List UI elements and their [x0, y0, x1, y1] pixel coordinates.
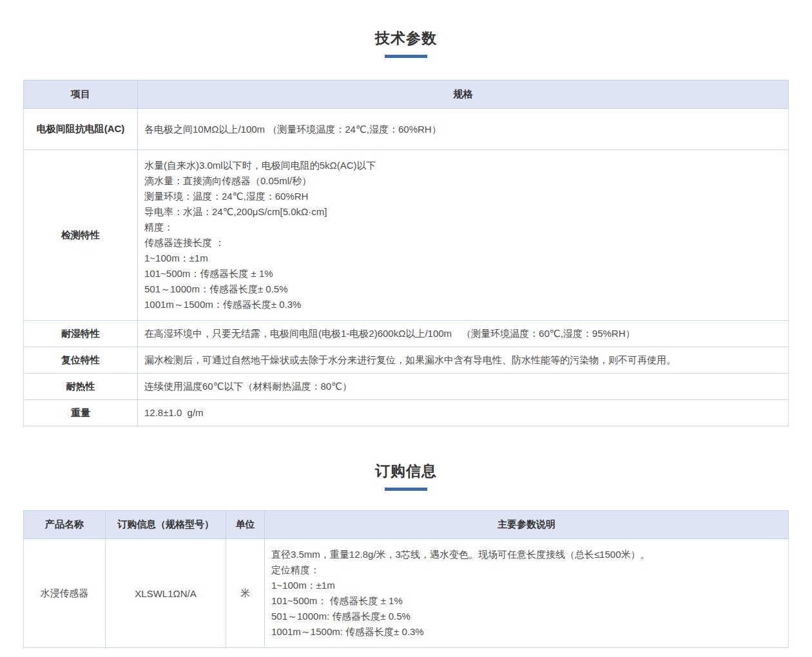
- main-params-line: 1001m～1500m: 传感器长度± 0.3%: [271, 624, 782, 640]
- main-params-line: 101~500m： 传感器长度 ± 1%: [271, 593, 782, 609]
- tech-table-header-row: 项目规格: [24, 81, 789, 109]
- tech-table-row: 耐热性连续使用温度60℃以下（材料耐热温度：80℃）: [24, 374, 789, 400]
- tech-params-table: 项目规格 电极间阻抗电阻(AC)各电极之间10MΩ以上/100m （测量环境温度…: [23, 80, 789, 426]
- tech-table-row: 耐湿特性在高湿环境中，只要无结露，电极间电阻(电极1-电极2)600kΩ以上/1…: [24, 321, 789, 347]
- spec-value-line: 501～1000m：传感器长度± 0.5%: [144, 281, 782, 297]
- page: 技术参数 项目规格 电极间阻抗电阻(AC)各电极之间10MΩ以上/100m （测…: [0, 0, 812, 657]
- order-info-table: 产品名称订购信息（规格型号）单位主要参数说明 水浸传感器XLSWL1ΩN/A米直…: [23, 510, 789, 648]
- spec-value-cell: 漏水检测后，可通过自然地干燥状或去除于水分来进行复位，如果漏水中含有导电性、防水…: [138, 347, 789, 374]
- unit-cell: 米: [226, 539, 265, 648]
- spec-value-line: 101~500m：传感器长度 ± 1%: [144, 266, 782, 281]
- order-column-header: 产品名称: [24, 511, 106, 539]
- spec-value-cell: 连续使用温度60℃以下（材料耐热温度：80℃）: [138, 374, 789, 400]
- spec-item-label: 重量: [24, 400, 138, 426]
- main-params-line: 直径3.5mm，重量12.8g/米，3芯线，遇水变色。现场可任意长度接线（总长≤…: [271, 547, 782, 562]
- spec-value-line: 精度：: [144, 220, 782, 235]
- product-name-cell: 水浸传感器: [24, 539, 106, 648]
- spec-value-line: 水量(自来水)3.0ml以下时，电极间电阻的5kΩ(AC)以下: [144, 158, 782, 173]
- main-params-line: 501～1000m: 传感器长度± 0.5%: [271, 609, 782, 624]
- spec-value-line: 在高湿环境中，只要无结露，电极间电阻(电极1-电极2)600kΩ以上/100m …: [144, 326, 782, 341]
- tech-section-title: 技术参数: [0, 28, 812, 48]
- spec-value-cell: 水量(自来水)3.0ml以下时，电极间电阻的5kΩ(AC)以下滴水量：直接滴向传…: [138, 150, 789, 321]
- order-section-title: 订购信息: [0, 461, 812, 481]
- main-params-line: 定位精度：: [271, 562, 782, 578]
- main-params-cell: 直径3.5mm，重量12.8g/米，3芯线，遇水变色。现场可任意长度接线（总长≤…: [265, 539, 789, 648]
- order-table-row: 水浸传感器XLSWL1ΩN/A米直径3.5mm，重量12.8g/米，3芯线，遇水…: [24, 539, 789, 648]
- model-number-cell: XLSWL1ΩN/A: [106, 539, 226, 648]
- order-title-underline: [385, 488, 427, 491]
- spec-value-line: 连续使用温度60℃以下（材料耐热温度：80℃）: [144, 379, 782, 394]
- spec-value-line: 漏水检测后，可通过自然地干燥状或去除于水分来进行复位，如果漏水中含有导电性、防水…: [144, 352, 782, 368]
- tech-table-row: 复位特性漏水检测后，可通过自然地干燥状或去除于水分来进行复位，如果漏水中含有导电…: [24, 347, 789, 374]
- spec-item-label: 电极间阻抗电阻(AC): [24, 109, 138, 150]
- order-table-header-row: 产品名称订购信息（规格型号）单位主要参数说明: [24, 511, 789, 539]
- spec-value-line: 滴水量：直接滴向传感器（0.05ml/秒）: [144, 173, 782, 189]
- tech-table-row: 检测特性水量(自来水)3.0ml以下时，电极间电阻的5kΩ(AC)以下滴水量：直…: [24, 150, 789, 321]
- main-params-line: 1~100m：±1m: [271, 578, 782, 593]
- tech-column-header: 项目: [24, 81, 138, 109]
- spec-value-cell: 12.8±1.0 g/m: [138, 400, 789, 426]
- spec-value-line: 各电极之间10MΩ以上/100m （测量环境温度：24℃,湿度：60%RH）: [144, 122, 782, 137]
- spec-value-cell: 各电极之间10MΩ以上/100m （测量环境温度：24℃,湿度：60%RH）: [138, 109, 789, 150]
- tech-params-section: 技术参数 项目规格 电极间阻抗电阻(AC)各电极之间10MΩ以上/100m （测…: [0, 28, 812, 426]
- spec-value-line: 导电率：水温：24℃,200μS/cm[5.0kΩ·cm]: [144, 204, 782, 220]
- spec-value-line: 12.8±1.0 g/m: [144, 405, 782, 421]
- spec-value-line: 测量环境：温度：24℃,湿度：60%RH: [144, 189, 782, 204]
- order-column-header: 订购信息（规格型号）: [106, 511, 226, 539]
- spec-value-line: 传感器连接长度 ：: [144, 235, 782, 251]
- tech-table-row: 重量12.8±1.0 g/m: [24, 400, 789, 426]
- spec-value-line: 1~100m：±1m: [144, 251, 782, 266]
- tech-table-row: 电极间阻抗电阻(AC)各电极之间10MΩ以上/100m （测量环境温度：24℃,…: [24, 109, 789, 150]
- spec-item-label: 耐热性: [24, 374, 138, 400]
- tech-title-underline: [385, 55, 427, 58]
- spec-item-label: 耐湿特性: [24, 321, 138, 347]
- spec-value-cell: 在高湿环境中，只要无结露，电极间电阻(电极1-电极2)600kΩ以上/100m …: [138, 321, 789, 347]
- spec-item-label: 检测特性: [24, 150, 138, 321]
- spec-item-label: 复位特性: [24, 347, 138, 374]
- spec-value-line: 1001m～1500m：传感器长度± 0.3%: [144, 297, 782, 312]
- order-column-header: 主要参数说明: [265, 511, 789, 539]
- tech-column-header: 规格: [138, 81, 789, 109]
- order-info-section: 订购信息 产品名称订购信息（规格型号）单位主要参数说明 水浸传感器XLSWL1Ω…: [0, 461, 812, 648]
- order-column-header: 单位: [226, 511, 265, 539]
